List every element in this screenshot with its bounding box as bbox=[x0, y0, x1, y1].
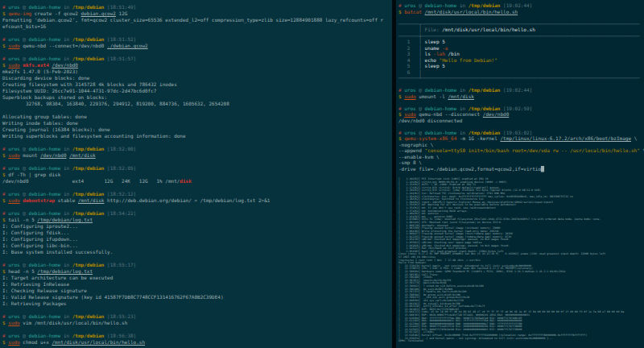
terminal-line bbox=[398, 99, 644, 106]
terminal-line: -nographic \ bbox=[398, 142, 644, 148]
terminal-line: 1 │ sleep 5 bbox=[398, 39, 644, 45]
terminal-line bbox=[398, 81, 644, 88]
terminal-line: Writing inode tables: done bbox=[2, 120, 392, 126]
terminal-line: I: Configuring libc-bin... bbox=[2, 242, 392, 249]
terminal-line: $ tail -n 5 /tmp/debian/log.txt bbox=[2, 217, 392, 223]
terminal-line: 5 │ sleep 5 bbox=[398, 63, 644, 69]
terminal-line: # uros @ debian-home in /tmp/debian [19:… bbox=[398, 106, 644, 112]
terminal-line: # uros @ debian-home in /tmp/debian [18:… bbox=[2, 36, 392, 43]
terminal-line: ───────┴────────────────────────────────… bbox=[398, 75, 644, 81]
terminal-line: mke2fs 1.47.0 (5-Feb-2023) bbox=[2, 68, 392, 75]
terminal-window: # uros @ debian-home in /tmp/debian [18:… bbox=[0, 0, 644, 348]
terminal-line: -smp 8 \ bbox=[398, 160, 644, 166]
terminal-pane-right[interactable]: # uros @ debian-home in /tmp/debian [19:… bbox=[396, 0, 644, 348]
terminal-line: $ sudo debootstrap stable /mnt/disk http… bbox=[2, 197, 392, 204]
terminal-line bbox=[2, 30, 392, 36]
terminal-line: Allocating group tables: done bbox=[2, 114, 392, 120]
terminal-line: $ head -n 5 /tmp/debian/log.txt bbox=[2, 268, 392, 275]
terminal-line: ───────┬────────────────────────────────… bbox=[398, 21, 644, 27]
terminal-line: I: Checking Release signature bbox=[2, 288, 392, 294]
terminal-line bbox=[2, 255, 392, 262]
terminal-line: I: Base system installed successfully. bbox=[2, 249, 392, 255]
terminal-line bbox=[398, 14, 644, 21]
terminal-line: Creating journal (16384 blocks): done bbox=[2, 126, 392, 133]
terminal-line: 32768, 98304, 163840, 229376, 294912, 81… bbox=[2, 101, 392, 107]
kernel-boot-log: [ 1.104362] PCI Interrupt Link [LNKC] en… bbox=[398, 178, 644, 343]
terminal-line bbox=[2, 159, 392, 165]
terminal-line: # uros @ debian-home in /tmp/debian [18:… bbox=[2, 146, 392, 152]
terminal-line: --enable-kvm \ bbox=[398, 154, 644, 160]
terminal-line: -drive file=./debian.qcow2,format=qcow2,… bbox=[398, 166, 644, 172]
terminal-line: I: Configuring ifupdown... bbox=[2, 236, 392, 242]
terminal-line bbox=[398, 123, 644, 130]
terminal-line: Filesystem UUID: 26cc7e91-1044-4731-97dc… bbox=[2, 88, 392, 94]
terminal-line bbox=[2, 139, 392, 146]
terminal-line: I: Configuring fdisk... bbox=[2, 230, 392, 236]
terminal-pane-left[interactable]: # uros @ debian-home in /tmp/debian [18:… bbox=[0, 0, 392, 348]
terminal-line: --append "console=ttyS0 init=/bin/bash r… bbox=[398, 147, 644, 154]
terminal-line: │ File: /mnt/disk/usr/local/bin/hello.sh bbox=[398, 27, 644, 33]
terminal-line: # uros @ debian-home in /tmp/debian [18:… bbox=[2, 333, 392, 339]
terminal-line: $ sudo chmod u+x /mnt/disk/usr/local/bin… bbox=[2, 339, 392, 346]
terminal-line: $ sudo umount -l /mnt/disk bbox=[398, 93, 644, 100]
terminal-line: Writing superblocks and filesystem accou… bbox=[2, 133, 392, 139]
terminal-line: I: Retrieving InRelease bbox=[2, 281, 392, 288]
terminal-line: /dev/nbd0 disconnected bbox=[398, 118, 644, 124]
terminal-line: 6 │ bbox=[398, 69, 644, 76]
terminal-line: # uros @ debian-home in /tmp/debian [18:… bbox=[2, 191, 392, 197]
terminal-line bbox=[2, 49, 392, 56]
terminal-line: $ qemu-img create -f qcow2 debian.qcow2 … bbox=[2, 10, 392, 17]
terminal-line: $ batcat /mnt/disk/usr/local/bin/hello.s… bbox=[398, 9, 644, 15]
terminal-line: 2 │ uname -a bbox=[398, 45, 644, 52]
terminal-line: I: Configuring iproute2... bbox=[2, 223, 392, 230]
terminal-line: Discarding device blocks: done bbox=[2, 75, 392, 81]
terminal-line: $ sudo qemu-nbd --connect=/dev/nbd0 ./de… bbox=[2, 43, 392, 49]
terminal-line: # uros @ debian-home in /tmp/debian [19:… bbox=[398, 130, 644, 136]
terminal-line bbox=[2, 107, 392, 114]
terminal-line: # uros @ debian-home in /tmp/debian [19:… bbox=[398, 2, 644, 9]
terminal-line: Superblock backups stored on blocks: bbox=[2, 94, 392, 101]
terminal-line: ───────┼────────────────────────────────… bbox=[398, 33, 644, 39]
terminal-line: # uros @ debian-home in /tmp/debian [18:… bbox=[2, 262, 392, 268]
terminal-line: # uros @ debian-home in /tmp/debian [19:… bbox=[398, 87, 644, 93]
terminal-line bbox=[2, 184, 392, 191]
terminal-line: Formatting 'debian.qcow2', fmt=qcow2 clu… bbox=[2, 17, 392, 23]
terminal-line: I: Target architecture can be executed bbox=[2, 275, 392, 281]
terminal-line: # uros @ debian-home in /tmp/debian [18:… bbox=[2, 56, 392, 62]
terminal-line: $ sudo mount /dev/nbd0 /mnt/disk bbox=[2, 152, 392, 159]
terminal-line: # uros @ debian-home in /tmp/debian [18:… bbox=[2, 210, 392, 217]
terminal-line: # uros @ debian-home in /tmp/debian [18:… bbox=[2, 4, 392, 10]
terminal-line: Creating filesystem with 3145728 4k bloc… bbox=[2, 81, 392, 88]
terminal-line: efcount_bits=16 bbox=[2, 23, 392, 30]
terminal-line bbox=[2, 204, 392, 210]
terminal-line: # uros @ debian-home in /tmp/debian [18:… bbox=[2, 313, 392, 320]
terminal-line: /dev/nbd0 ext4 12G 24K 12G 1% /mnt/disk bbox=[2, 178, 392, 184]
terminal-line: # uros @ debian-home in /tmp/debian [18:… bbox=[2, 165, 392, 172]
terminal-line: QEMU: Terminated bbox=[398, 340, 644, 343]
terminal-line: 4 │ echo "Hello from Debian!" bbox=[398, 57, 644, 64]
terminal-line: $ sudo mkfs.ext4 /dev/nbd0 bbox=[2, 62, 392, 68]
terminal-line: I: Valid Release signature (key id 41587… bbox=[2, 294, 392, 300]
terminal-line: $ sudo qemu-nbd --disconnect /dev/nbd0 bbox=[398, 111, 644, 118]
terminal-line: I: Retrieving Packages bbox=[2, 300, 392, 307]
terminal-line bbox=[2, 326, 392, 333]
terminal-line bbox=[2, 307, 392, 313]
terminal-line: $ sudo vim /mnt/disk/usr/local/bin/hello… bbox=[2, 320, 392, 326]
terminal-line: $ df -Th | grep disk bbox=[2, 172, 392, 178]
terminal-line: $ qemu-system-x86_64 -m 1G -kernel /tmp/… bbox=[398, 135, 644, 142]
terminal-line: 3 │ ls -lah /bin bbox=[398, 51, 644, 57]
